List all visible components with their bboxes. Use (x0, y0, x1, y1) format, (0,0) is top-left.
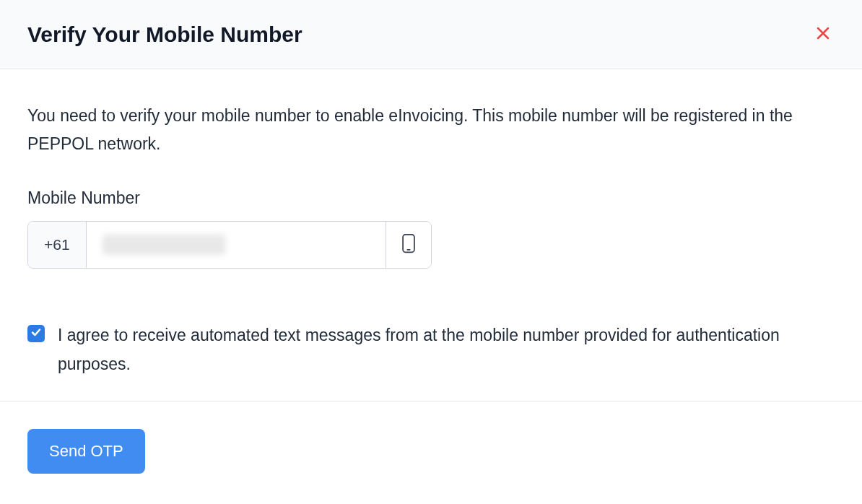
modal-header: Verify Your Mobile Number (0, 0, 862, 69)
phone-number-input[interactable] (87, 222, 386, 268)
phone-icon-container (386, 222, 431, 268)
modal-title: Verify Your Mobile Number (27, 22, 302, 47)
country-code-prefix[interactable]: +61 (28, 222, 87, 268)
modal-footer: Send OTP (0, 401, 862, 501)
consent-checkbox[interactable] (27, 325, 45, 342)
close-icon (814, 25, 832, 44)
consent-row: I agree to receive automated text messag… (27, 321, 835, 379)
redacted-phone-value (103, 235, 225, 255)
modal-body: You need to verify your mobile number to… (0, 69, 862, 401)
mobile-number-label: Mobile Number (27, 188, 835, 208)
mobile-phone-icon (401, 233, 417, 256)
phone-input-group: +61 (27, 221, 432, 269)
consent-text: I agree to receive automated text messag… (58, 321, 835, 379)
checkmark-icon (30, 326, 42, 341)
description-text: You need to verify your mobile number to… (27, 102, 835, 158)
close-button[interactable] (811, 22, 835, 47)
send-otp-button[interactable]: Send OTP (27, 429, 145, 474)
